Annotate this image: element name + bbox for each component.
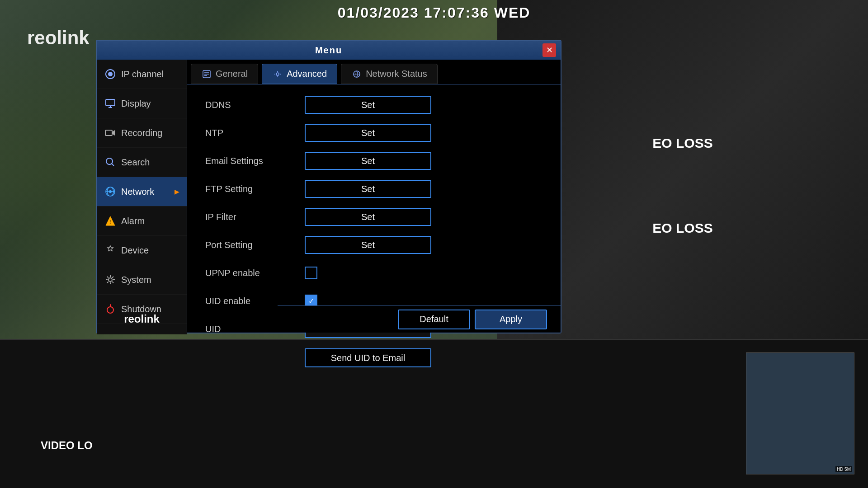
form-row-ftp: FTP Setting Set: [205, 178, 542, 200]
email-set-button[interactable]: Set: [305, 152, 431, 170]
close-button[interactable]: ✕: [542, 43, 556, 57]
display-icon: [104, 97, 117, 110]
svg-text:!: !: [109, 220, 111, 225]
sidebar-item-label-device: Device: [121, 245, 149, 256]
main-content: GeneralAdvancedNetwork Status DDNS Set N…: [187, 60, 561, 333]
sidebar-item-recording[interactable]: Recording: [97, 118, 187, 148]
form-row-send-uid: Send UID to Email: [205, 346, 542, 368]
sidebar-item-search[interactable]: Search: [97, 148, 187, 177]
ntp-set-button[interactable]: Set: [305, 124, 431, 142]
tab-label-general: General: [216, 69, 248, 79]
sidebar-item-device[interactable]: Device: [97, 236, 187, 265]
svg-point-8: [107, 307, 113, 313]
form-row-port: Port Setting Set: [205, 234, 542, 256]
sidebar-item-label-alarm: Alarm: [121, 216, 145, 226]
svg-rect-2: [106, 99, 115, 106]
video-loss-label-1: EO LOSS: [652, 136, 712, 151]
tab-icon-network-status: [351, 69, 362, 80]
tab-label-network-status: Network Status: [366, 69, 427, 79]
apply-button[interactable]: Apply: [475, 310, 547, 329]
network-icon: [104, 185, 117, 198]
label-port: Port Setting: [205, 240, 305, 250]
port-set-button[interactable]: Set: [305, 236, 431, 254]
form-row-email: Email Settings Set: [205, 150, 542, 172]
svg-point-1: [108, 72, 113, 76]
system-icon: [104, 273, 117, 286]
label-ftp: FTP Setting: [205, 184, 305, 194]
sidebar-item-network[interactable]: Network▶: [97, 177, 187, 206]
label-uid-enable: UID enable: [205, 296, 305, 306]
ip-filter-set-button[interactable]: Set: [305, 208, 431, 226]
shutdown-icon: [104, 303, 117, 315]
logo-topleft: reolink: [27, 27, 90, 49]
sidebar-item-label-search: Search: [121, 157, 150, 168]
video-loss-label-2: EO LOSS: [652, 221, 712, 236]
dialog-footer: Default Apply: [278, 305, 561, 333]
search-icon: [104, 156, 117, 169]
label-email: Email Settings: [205, 156, 305, 166]
alarm-icon: !: [104, 215, 117, 227]
tab-advanced[interactable]: Advanced: [262, 64, 337, 84]
sidebar: IP channelDisplayRecordingSearchNetwork▶…: [97, 60, 187, 334]
tab-label-advanced: Advanced: [287, 69, 327, 79]
reolink-brand-sidebar: reolink: [124, 313, 160, 325]
svg-point-10: [276, 73, 279, 75]
form-row-ntp: NTP Set: [205, 122, 542, 144]
tab-bar: GeneralAdvancedNetwork Status: [187, 60, 561, 84]
sidebar-item-ip-channel[interactable]: IP channel: [97, 60, 187, 89]
sidebar-item-system[interactable]: System: [97, 265, 187, 295]
label-upnp: UPNP enable: [205, 268, 305, 278]
svg-point-4: [106, 158, 113, 164]
form-row-ip-filter: IP Filter Set: [205, 206, 542, 228]
device-icon: [104, 244, 117, 257]
label-ddns: DDNS: [205, 100, 305, 110]
label-ip-filter: IP Filter: [205, 212, 305, 222]
timestamp: 01/03/2023 17:07:36 WED: [338, 5, 531, 21]
label-ntp: NTP: [205, 128, 305, 138]
camera-thumb-br: HD 5M: [746, 352, 854, 474]
sidebar-item-label-ip-channel: IP channel: [121, 69, 164, 80]
tab-icon-general: [201, 69, 212, 80]
hd-badge-br: HD 5M: [835, 466, 852, 472]
sidebar-item-label-display: Display: [121, 99, 151, 109]
svg-rect-3: [105, 130, 112, 136]
sidebar-item-label-recording: Recording: [121, 128, 162, 138]
dialog-title: Menu: [315, 45, 342, 56]
tab-icon-advanced: [272, 69, 283, 80]
ftp-set-button[interactable]: Set: [305, 180, 431, 198]
tab-network-status[interactable]: Network Status: [341, 64, 438, 84]
sidebar-item-display[interactable]: Display: [97, 89, 187, 118]
ip-channel-icon: [104, 68, 117, 80]
sidebar-item-label-network: Network: [121, 187, 154, 197]
send-uid-button[interactable]: Send UID to Email: [305, 348, 431, 367]
sidebar-item-label-system: System: [121, 275, 151, 285]
video-loss-bottom: VIDEO LO: [41, 439, 93, 452]
dialog-titlebar: Menu ✕: [97, 41, 561, 60]
svg-point-7: [108, 278, 112, 282]
upnp-checkbox[interactable]: [305, 267, 317, 279]
recording-icon: [104, 127, 117, 139]
sidebar-item-alarm[interactable]: !Alarm: [97, 206, 187, 236]
form-area: DDNS Set NTP Set Email Settings Set FTP …: [187, 84, 561, 383]
tab-general[interactable]: General: [191, 64, 258, 84]
form-row-ddns: DDNS Set: [205, 94, 542, 116]
form-row-upnp: UPNP enable: [205, 262, 542, 284]
ddns-set-button[interactable]: Set: [305, 96, 431, 114]
dialog: Menu ✕ IP channelDisplayRecordingSearchN…: [96, 40, 561, 333]
active-arrow-icon: ▶: [175, 188, 179, 195]
default-button[interactable]: Default: [398, 310, 470, 329]
